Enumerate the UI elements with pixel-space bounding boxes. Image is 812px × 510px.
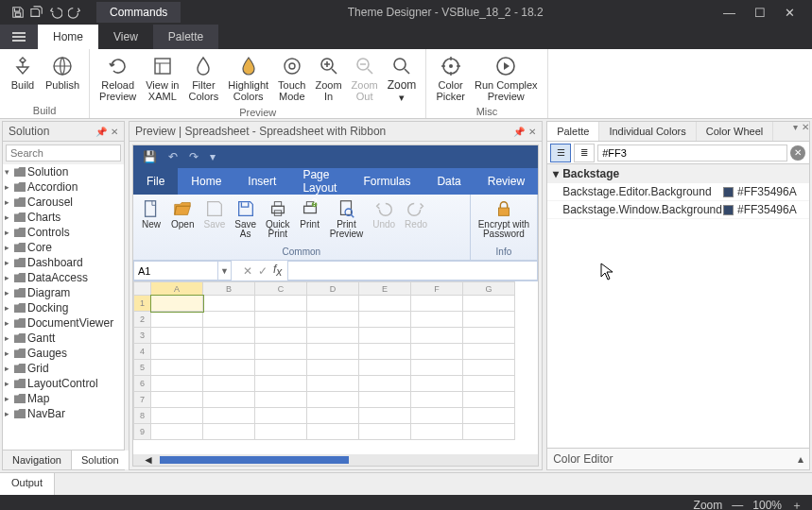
ss-tab-pagelayout[interactable]: Page Layout — [289, 168, 350, 195]
color-swatch — [723, 187, 734, 197]
qat-dropdown-icon[interactable]: ▾ — [210, 150, 216, 163]
ss-tab-review[interactable]: Review — [475, 168, 538, 195]
cell-ref-dropdown[interactable]: ▼ — [218, 261, 232, 280]
ss-open-button[interactable]: Open — [167, 196, 198, 246]
zoom-in-button[interactable]: ZoomIn — [311, 53, 345, 105]
save-icon[interactable] — [11, 6, 25, 19]
tree-item[interactable]: ▸Docking — [3, 300, 124, 315]
zoom-out-icon[interactable]: — — [732, 499, 743, 510]
solution-tree[interactable]: ▾Solution ▸Accordion▸Carousel▸Charts▸Con… — [3, 164, 124, 450]
tree-item[interactable]: ▸Map — [3, 391, 124, 406]
run-complex-preview-button[interactable]: Run ComplexPreview — [471, 53, 542, 104]
cell-reference-input[interactable] — [133, 261, 218, 280]
tree-item[interactable]: ▸NavBar — [3, 406, 124, 421]
tab-home[interactable]: Home — [38, 25, 98, 49]
filter-colors-button[interactable]: FilterColors — [184, 53, 222, 105]
close-button[interactable]: ✕ — [785, 6, 795, 20]
app-menu-button[interactable] — [0, 25, 38, 49]
ss-quickprint-button[interactable]: QuickPrint — [262, 196, 294, 246]
redo-icon[interactable]: ↷ — [189, 150, 199, 163]
ss-saveas-button[interactable]: SaveAs — [231, 196, 260, 246]
folder-icon — [14, 409, 26, 418]
main-tabs: Home View Palette — [0, 25, 812, 49]
tree-item[interactable]: ▸LayoutControl — [3, 376, 124, 391]
tree-item[interactable]: ▸Diagram — [3, 285, 124, 300]
view-xaml-button[interactable]: View inXAML — [142, 53, 182, 105]
close-panel-icon[interactable]: ✕ — [802, 122, 809, 141]
expand-icon[interactable]: ▾ — [553, 167, 559, 180]
solution-search-input[interactable] — [6, 144, 121, 162]
ss-new-button[interactable]: New — [137, 196, 165, 246]
solution-tab[interactable]: Solution — [72, 450, 130, 469]
accept-formula-icon[interactable]: ✓ — [258, 264, 268, 278]
horizontal-scrollbar[interactable]: ◄ — [133, 454, 538, 466]
color-editor-bar[interactable]: Color Editor▴ — [547, 448, 809, 469]
tree-item[interactable]: ▸Controls — [3, 225, 124, 240]
ss-tab-data[interactable]: Data — [423, 168, 474, 195]
tree-item[interactable]: ▸Accordion — [3, 179, 124, 195]
redo-icon[interactable] — [68, 6, 81, 19]
palette-group-header[interactable]: ▾Backstage — [547, 164, 809, 183]
touch-mode-button[interactable]: TouchMode — [274, 53, 309, 105]
fx-icon[interactable]: fx — [273, 263, 282, 279]
ss-encrypt-button[interactable]: Encrypt withPassword — [475, 196, 533, 246]
tree-item[interactable]: ▸DocumentViewer — [3, 315, 124, 331]
formula-input[interactable] — [287, 261, 538, 280]
tree-item[interactable]: ▸Gantt — [3, 331, 124, 346]
zoom-in-icon[interactable]: ＋ — [791, 498, 803, 511]
save-all-icon[interactable] — [30, 6, 43, 19]
individual-colors-tab[interactable]: Individual Colors — [599, 122, 696, 141]
minimize-button[interactable]: — — [723, 6, 735, 20]
maximize-button[interactable]: ☐ — [754, 6, 766, 20]
ss-print-button[interactable]: ?Print — [296, 196, 324, 246]
palette-row[interactable]: Backstage.Window.Background#FF35496A — [547, 201, 809, 219]
tab-palette[interactable]: Palette — [153, 25, 218, 49]
navigation-tab[interactable]: Navigation — [3, 450, 72, 469]
group-preview-label: Preview — [95, 105, 420, 118]
tree-item[interactable]: ▸Charts — [3, 210, 124, 225]
publish-button[interactable]: Publish — [42, 53, 83, 103]
cancel-formula-icon[interactable]: ✕ — [243, 264, 252, 278]
zoom-button[interactable]: Zoom▾ — [384, 53, 421, 105]
tree-item[interactable]: ▸DataAccess — [3, 270, 124, 285]
clear-search-icon[interactable]: ✕ — [790, 145, 805, 161]
close-panel-icon[interactable]: ✕ — [528, 127, 536, 137]
view-categorized-icon[interactable]: ☰ — [550, 144, 571, 162]
reload-preview-button[interactable]: ReloadPreview — [95, 53, 140, 105]
palette-search-input[interactable] — [597, 144, 787, 162]
svg-rect-20 — [498, 208, 509, 215]
palette-tab[interactable]: Palette — [547, 122, 599, 141]
tree-item[interactable]: ▸Dashboard — [3, 255, 124, 270]
svg-rect-11 — [271, 206, 284, 212]
view-list-icon[interactable]: ≣ — [574, 144, 595, 162]
color-wheel-tab[interactable]: Color Wheel — [697, 122, 774, 141]
tree-item[interactable]: ▸Carousel — [3, 195, 124, 210]
palette-panel: Palette Individual Colors Color Wheel ▾✕… — [546, 121, 810, 470]
undo-icon[interactable] — [49, 6, 62, 19]
tree-item[interactable]: ▸Gauges — [3, 346, 124, 361]
dropdown-icon[interactable]: ▾ — [793, 122, 798, 141]
highlight-colors-button[interactable]: HighlightColors — [224, 53, 272, 105]
ss-tab-insert[interactable]: Insert — [234, 168, 289, 195]
commands-tab[interactable]: Commands — [96, 2, 181, 23]
ss-tab-file[interactable]: File — [133, 168, 178, 195]
tree-root[interactable]: ▾Solution — [3, 164, 124, 179]
spreadsheet-grid[interactable]: ABCDEFG123456789 — [133, 281, 538, 454]
save-icon[interactable]: 💾 — [143, 150, 157, 163]
ss-tab-formulas[interactable]: Formulas — [350, 168, 423, 195]
output-tab[interactable]: Output — [0, 473, 55, 495]
tree-item[interactable]: ▸Core — [3, 240, 124, 255]
close-panel-icon[interactable]: ✕ — [111, 127, 118, 137]
undo-icon[interactable]: ↶ — [168, 150, 178, 163]
ss-tab-home[interactable]: Home — [178, 168, 234, 195]
tree-item[interactable]: ▸Grid — [3, 361, 124, 376]
color-picker-button[interactable]: ColorPicker — [432, 53, 469, 104]
palette-list[interactable]: ▾Backstage Backstage.Editor.Background#F… — [547, 164, 809, 448]
folder-icon — [14, 318, 26, 328]
tab-view[interactable]: View — [98, 25, 153, 49]
palette-row[interactable]: Backstage.Editor.Background#FF35496A — [547, 183, 809, 201]
pin-icon[interactable]: 📌 — [513, 127, 525, 137]
ss-printpreview-button[interactable]: PrintPreview — [326, 196, 368, 246]
build-button[interactable]: Build — [6, 53, 40, 103]
pin-icon[interactable]: 📌 — [95, 127, 107, 137]
